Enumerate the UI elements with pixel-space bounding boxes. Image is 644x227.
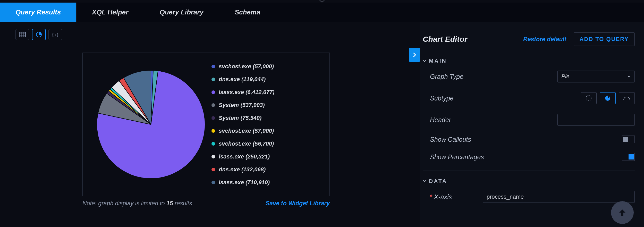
legend-label: lsass.exe (6,412,677) <box>219 89 275 96</box>
svg-text:{;}: {;} <box>52 32 59 37</box>
show-percentages-toggle[interactable] <box>622 153 635 161</box>
section-data-header[interactable]: DATA <box>423 178 635 184</box>
legend-item[interactable]: System (75,540) <box>211 115 275 121</box>
subtype-pie-button[interactable] <box>600 92 616 104</box>
subtype-label: Subtype <box>430 95 454 102</box>
header-input[interactable] <box>557 114 635 126</box>
chevron-down-icon <box>423 59 426 63</box>
legend-item[interactable]: System (537,903) <box>211 102 275 108</box>
note-prefix: Note: graph display is limited to <box>82 200 166 207</box>
legend-label: dns.exe (132,068) <box>219 166 266 173</box>
section-data-label: DATA <box>429 178 447 184</box>
legend-label: dns.exe (119,044) <box>219 76 266 83</box>
chart-editor-panel: Chart Editor Restore default ADD TO QUER… <box>420 22 644 227</box>
legend-label: System (537,903) <box>219 102 265 108</box>
header-label: Header <box>430 116 451 124</box>
legend-item[interactable]: dns.exe (119,044) <box>211 76 275 83</box>
xaxis-label-text: X-axis <box>434 193 452 200</box>
show-callouts-toggle[interactable] <box>622 136 635 143</box>
chart-legend: svchost.exe (57,000)dns.exe (119,044)lsa… <box>211 63 275 186</box>
view-mode-toggles: {;} <box>15 29 394 40</box>
legend-item[interactable]: svchost.exe (56,700) <box>211 140 275 147</box>
chart-card: svchost.exe (57,000)dns.exe (119,044)lsa… <box>82 53 330 196</box>
legend-label: lsass.exe (710,910) <box>219 179 270 186</box>
legend-item[interactable]: lsass.exe (710,910) <box>211 179 275 186</box>
chart-editor-title: Chart Editor <box>423 35 467 44</box>
tab-schema[interactable]: Schema <box>219 3 276 22</box>
legend-swatch <box>211 78 215 81</box>
legend-swatch <box>211 129 215 133</box>
subtype-options <box>581 92 635 104</box>
graph-type-label: Graph Type <box>430 73 463 80</box>
legend-swatch <box>211 155 215 158</box>
results-pane: {;} svchost.exe (57,000)dns.exe (119,044… <box>0 22 409 227</box>
xaxis-label: *X-axis <box>430 193 452 201</box>
show-percentages-label: Show Percentages <box>430 153 484 161</box>
subtype-gauge-button[interactable] <box>619 92 635 104</box>
legend-item[interactable]: dns.exe (132,068) <box>211 166 275 173</box>
show-callouts-label: Show Callouts <box>430 136 471 143</box>
legend-swatch <box>211 142 215 146</box>
legend-swatch <box>211 116 215 120</box>
view-chart-button[interactable] <box>32 29 46 40</box>
tab-xql-helper[interactable]: XQL Helper <box>77 3 144 22</box>
graph-type-value: Pie <box>561 73 570 80</box>
legend-item[interactable]: lsass.exe (250,321) <box>211 153 275 160</box>
view-table-button[interactable] <box>15 29 29 40</box>
legend-item[interactable]: svchost.exe (57,000) <box>211 128 275 134</box>
view-json-button[interactable]: {;} <box>48 29 62 40</box>
legend-label: lsass.exe (250,321) <box>219 153 270 160</box>
tab-bar: Query Results XQL Helper Query Library S… <box>0 3 644 22</box>
svg-point-8 <box>586 96 591 101</box>
legend-swatch <box>211 103 215 107</box>
results-limit-note: Note: graph display is limited to 15 res… <box>82 200 192 207</box>
tab-query-results[interactable]: Query Results <box>0 3 77 22</box>
section-main-header[interactable]: MAIN <box>423 58 635 64</box>
save-to-widget-library-link[interactable]: Save to Widget Library <box>266 200 330 207</box>
tab-query-library[interactable]: Query Library <box>144 3 219 22</box>
note-suffix: results <box>173 200 192 207</box>
note-count: 15 <box>166 200 173 207</box>
restore-default-link[interactable]: Restore default <box>523 36 566 43</box>
legend-label: svchost.exe (57,000) <box>219 128 274 134</box>
panel-drag-handle[interactable] <box>0 0 644 3</box>
section-divider <box>423 171 635 171</box>
legend-swatch <box>211 181 215 184</box>
svg-rect-1 <box>19 32 26 37</box>
legend-label: System (75,540) <box>219 115 261 121</box>
legend-label: svchost.exe (56,700) <box>219 140 274 147</box>
legend-item[interactable]: svchost.exe (57,000) <box>211 63 275 70</box>
legend-swatch <box>211 168 215 171</box>
scroll-top-fab[interactable] <box>611 201 634 224</box>
chevron-down-icon <box>423 179 426 183</box>
legend-item[interactable]: lsass.exe (6,412,677) <box>211 89 275 96</box>
collapse-editor-button[interactable] <box>409 48 420 62</box>
legend-label: svchost.exe (57,000) <box>219 63 274 70</box>
add-to-query-button[interactable]: ADD TO QUERY <box>574 32 635 46</box>
xaxis-input[interactable] <box>483 191 635 203</box>
chevron-down-icon <box>627 75 631 78</box>
section-main-label: MAIN <box>429 58 447 64</box>
legend-swatch <box>211 90 215 94</box>
subtype-donut-button[interactable] <box>581 92 597 104</box>
graph-type-dropdown[interactable]: Pie <box>557 71 635 82</box>
legend-swatch <box>211 65 215 68</box>
pie-chart <box>94 68 208 181</box>
